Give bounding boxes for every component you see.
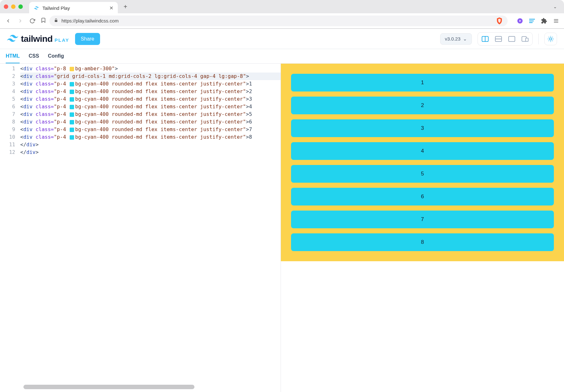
address-wrap: https://play.tailwindcss.com <box>41 16 508 26</box>
code-line[interactable]: <div class="p-4 bg-cyan-400 rounded-md f… <box>20 133 281 141</box>
line-number: 9 <box>0 126 15 133</box>
code-line[interactable]: <div class="p-4 bg-cyan-400 rounded-md f… <box>20 126 281 133</box>
tab-config[interactable]: Config <box>48 49 64 63</box>
line-number: 1 <box>0 65 15 73</box>
logo-mark-icon <box>7 35 18 43</box>
version-label: v3.0.23 <box>445 36 460 41</box>
header-right: v3.0.23 ⌄ <box>440 32 557 46</box>
theme-toggle-button[interactable] <box>544 33 557 45</box>
tabs-dropdown-icon[interactable]: ⌄ <box>550 3 560 10</box>
browser-toolbar: https://play.tailwindcss.com <box>0 13 564 28</box>
reload-button[interactable] <box>29 17 36 25</box>
preview-card: 2 <box>291 97 554 114</box>
svg-line-23 <box>548 41 549 41</box>
line-number: 5 <box>0 95 15 103</box>
code-line[interactable]: <div class="p-4 bg-cyan-400 rounded-md f… <box>20 103 281 111</box>
svg-rect-15 <box>526 38 528 41</box>
share-button[interactable]: Share <box>75 33 100 45</box>
preview-card: 8 <box>291 233 554 251</box>
tab-title: Tailwind Play <box>42 5 70 11</box>
tab-close-icon[interactable]: ✕ <box>109 5 113 11</box>
lock-icon <box>54 18 58 23</box>
line-number-gutter: 123456789101112 <box>0 64 18 392</box>
extension-lines-icon[interactable] <box>529 17 535 24</box>
tab-strip: Tailwind Play ✕ + ⌄ <box>0 0 564 13</box>
code-line[interactable]: <div class="grid grid-cols-1 md:grid-col… <box>20 73 281 80</box>
browser-menu-icon[interactable] <box>553 17 560 24</box>
window-minimize-icon[interactable] <box>11 4 16 9</box>
layout-vertical-button[interactable] <box>480 35 491 43</box>
split-view: 123456789101112 <div class="p-8 bg-amber… <box>0 64 564 392</box>
line-number: 7 <box>0 111 15 118</box>
svg-point-16 <box>549 38 552 40</box>
line-number: 8 <box>0 118 15 126</box>
browser-chrome: Tailwind Play ✕ + ⌄ https://play.tailwin… <box>0 0 564 29</box>
extension-icons <box>516 17 560 24</box>
editor-tabs: HTML CSS Config <box>0 49 564 64</box>
preview-card: 7 <box>291 211 554 228</box>
code-line[interactable]: <div class="p-4 bg-cyan-400 rounded-md f… <box>20 118 281 126</box>
extensions-puzzle-icon[interactable] <box>541 17 548 24</box>
forward-button[interactable] <box>16 17 24 25</box>
tab-css[interactable]: CSS <box>29 49 39 63</box>
code-line[interactable]: <div class="p-4 bg-cyan-400 rounded-md f… <box>20 111 281 118</box>
tab-html[interactable]: HTML <box>6 49 20 63</box>
preview-grid: 12345678 <box>291 74 554 251</box>
svg-line-24 <box>552 37 553 37</box>
code-line[interactable]: <div class="p-4 bg-cyan-400 rounded-md f… <box>20 88 281 95</box>
line-number: 4 <box>0 88 15 95</box>
layout-preview-button[interactable] <box>506 35 517 43</box>
preview-root: 12345678 <box>281 64 564 261</box>
code-editor[interactable]: <div class="p-8 bg-amber-300"> <div clas… <box>18 64 281 392</box>
window-close-icon[interactable] <box>4 4 8 9</box>
line-number: 6 <box>0 103 15 111</box>
logo-word: tailwind <box>21 34 53 44</box>
preview-card: 6 <box>291 188 554 205</box>
code-line[interactable]: </div> <box>20 141 281 149</box>
back-button[interactable] <box>4 17 12 25</box>
window-maximize-icon[interactable] <box>18 4 23 9</box>
preview-pane: 12345678 <box>281 64 564 392</box>
layout-buttons <box>478 32 533 46</box>
line-number: 12 <box>0 149 15 156</box>
bookmark-icon[interactable] <box>41 17 46 24</box>
line-number: 10 <box>0 133 15 141</box>
line-number: 11 <box>0 141 15 149</box>
preview-card: 4 <box>291 142 554 160</box>
logo-play-word: PLAY <box>54 37 69 43</box>
layout-horizontal-button[interactable] <box>493 35 504 43</box>
url-text: https://play.tailwindcss.com <box>61 18 119 23</box>
new-tab-button[interactable]: + <box>121 2 130 11</box>
scrollbar-thumb[interactable] <box>23 385 194 389</box>
line-number: 2 <box>0 73 15 80</box>
svg-rect-13 <box>509 36 515 41</box>
code-line[interactable]: </div> <box>20 149 281 156</box>
preview-card: 1 <box>291 74 554 92</box>
svg-rect-0 <box>55 20 57 22</box>
svg-line-20 <box>552 41 553 41</box>
code-line[interactable]: <div class="p-4 bg-cyan-400 rounded-md f… <box>20 80 281 88</box>
code-line[interactable]: <div class="p-4 bg-cyan-400 rounded-md f… <box>20 95 281 103</box>
layout-responsive-button[interactable] <box>520 35 530 43</box>
preview-card: 5 <box>291 165 554 183</box>
window-controls <box>4 4 23 9</box>
line-number: 3 <box>0 80 15 88</box>
version-select[interactable]: v3.0.23 ⌄ <box>440 33 472 45</box>
divider <box>538 34 539 44</box>
editor-pane: 123456789101112 <div class="p-8 bg-amber… <box>0 64 281 392</box>
brave-shield-icon[interactable] <box>496 17 503 24</box>
preview-card: 3 <box>291 119 554 137</box>
app-header: tailwind PLAY Share v3.0.23 ⌄ <box>0 29 564 49</box>
browser-tab[interactable]: Tailwind Play ✕ <box>29 2 118 14</box>
horizontal-scrollbar[interactable] <box>18 385 281 389</box>
extension-circle-icon[interactable] <box>516 17 523 24</box>
logo[interactable]: tailwind PLAY <box>7 34 69 44</box>
code-line[interactable]: <div class="p-8 bg-amber-300"> <box>20 65 281 73</box>
svg-line-19 <box>548 37 549 37</box>
address-bar[interactable]: https://play.tailwindcss.com <box>49 16 508 26</box>
chevron-down-icon: ⌄ <box>463 36 467 42</box>
tab-favicon-icon <box>34 5 39 11</box>
logo-text: tailwind PLAY <box>21 34 69 44</box>
